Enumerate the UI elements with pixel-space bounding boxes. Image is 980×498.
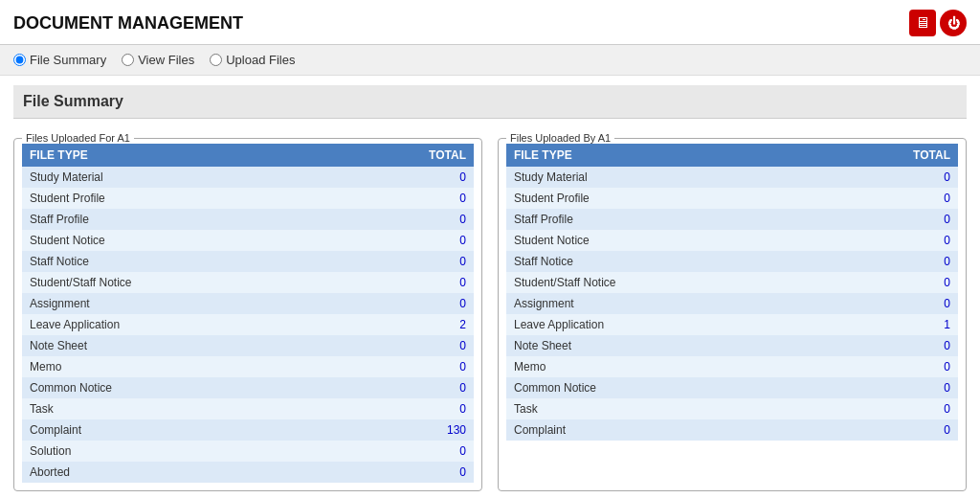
- header-icons: 🖥 ⏻: [909, 10, 967, 36]
- left-table-header-row: FILE TYPE TOTAL: [22, 144, 474, 167]
- table-row: Memo0: [22, 356, 474, 377]
- header: DOCUMENT MANAGEMENT 🖥 ⏻: [0, 0, 980, 45]
- file-type-cell: Memo: [506, 356, 901, 377]
- total-cell: 0: [416, 441, 474, 462]
- right-col-total: TOTAL: [901, 144, 958, 167]
- table-row: Leave Application2: [22, 314, 474, 335]
- table-row: Student Profile0: [22, 188, 474, 209]
- left-table-body: Study Material0Student Profile0Staff Pro…: [22, 167, 474, 483]
- file-type-cell: Staff Notice: [506, 251, 901, 272]
- left-col-total: TOTAL: [416, 144, 474, 167]
- nav-view-files-label: View Files: [138, 53, 194, 67]
- total-cell: 0: [901, 356, 958, 377]
- file-type-cell: Staff Notice: [22, 251, 416, 272]
- right-col-file-type: FILE TYPE: [506, 144, 901, 167]
- file-type-cell: Aborted: [22, 462, 416, 483]
- total-cell: 0: [416, 251, 474, 272]
- total-cell: 1: [901, 314, 958, 335]
- table-row: Complaint130: [22, 419, 474, 441]
- total-cell: 0: [416, 462, 474, 483]
- file-type-cell: Solution: [22, 441, 416, 462]
- nav-file-summary[interactable]: File Summary: [13, 53, 106, 67]
- file-type-cell: Common Notice: [22, 377, 416, 398]
- file-type-cell: Student/Staff Notice: [506, 272, 901, 293]
- table-row: Study Material0: [506, 167, 958, 188]
- table-row: Assignment0: [506, 293, 958, 314]
- left-table-legend: Files Uploaded For A1: [22, 132, 134, 144]
- nav-upload-files-label: Upload Files: [226, 53, 295, 67]
- file-type-cell: Staff Profile: [506, 209, 901, 230]
- page-header-title: DOCUMENT MANAGEMENT: [13, 13, 243, 34]
- file-type-cell: Memo: [22, 356, 416, 377]
- nav-bar: File Summary View Files Upload Files: [0, 45, 980, 76]
- network-icon[interactable]: 🖥: [909, 10, 936, 36]
- left-table-container: Files Uploaded For A1 FILE TYPE TOTAL St…: [13, 132, 482, 491]
- file-type-cell: Staff Profile: [22, 209, 416, 230]
- total-cell: 0: [901, 293, 958, 314]
- table-row: Staff Notice0: [506, 251, 958, 272]
- tables-row: Files Uploaded For A1 FILE TYPE TOTAL St…: [13, 132, 967, 491]
- table-row: Staff Profile0: [506, 209, 958, 230]
- nav-view-files[interactable]: View Files: [122, 53, 194, 67]
- total-cell: 0: [416, 167, 474, 188]
- table-row: Leave Application1: [506, 314, 958, 335]
- table-row: Study Material0: [22, 167, 474, 188]
- page-section: File Summary Files Uploaded For A1 FILE …: [0, 76, 980, 498]
- radio-upload-files[interactable]: [210, 54, 222, 66]
- radio-file-summary[interactable]: [13, 54, 26, 66]
- total-cell: 0: [416, 209, 474, 230]
- file-type-cell: Complaint: [506, 419, 901, 441]
- table-row: Student Notice0: [506, 230, 958, 251]
- table-row: Assignment0: [22, 293, 474, 314]
- total-cell: 0: [901, 251, 958, 272]
- file-type-cell: Leave Application: [506, 314, 901, 335]
- table-row: Task0: [22, 398, 474, 419]
- table-row: Aborted0: [22, 462, 474, 483]
- total-cell: 0: [416, 188, 474, 209]
- file-type-cell: Student Profile: [506, 188, 901, 209]
- total-cell: 0: [901, 167, 958, 188]
- table-row: Staff Profile0: [22, 209, 474, 230]
- total-cell: 2: [416, 314, 474, 335]
- file-type-cell: Note Sheet: [506, 335, 901, 356]
- file-type-cell: Task: [506, 398, 901, 419]
- file-type-cell: Complaint: [22, 419, 416, 441]
- total-cell: 0: [901, 377, 958, 398]
- total-cell: 0: [901, 398, 958, 419]
- total-cell: 0: [901, 335, 958, 356]
- total-cell: 0: [416, 293, 474, 314]
- right-table-container: Files Uploaded By A1 FILE TYPE TOTAL Stu…: [498, 132, 967, 491]
- table-row: Task0: [506, 398, 958, 419]
- nav-upload-files[interactable]: Upload Files: [210, 53, 295, 67]
- page-title: File Summary: [13, 85, 967, 119]
- total-cell: 0: [416, 356, 474, 377]
- total-cell: 0: [901, 419, 958, 441]
- right-table: FILE TYPE TOTAL Study Material0Student P…: [506, 144, 958, 441]
- file-type-cell: Common Notice: [506, 377, 901, 398]
- file-type-cell: Assignment: [22, 293, 416, 314]
- total-cell: 0: [901, 230, 958, 251]
- table-row: Common Notice0: [22, 377, 474, 398]
- table-row: Student/Staff Notice0: [506, 272, 958, 293]
- right-table-header-row: FILE TYPE TOTAL: [506, 144, 958, 167]
- table-row: Memo0: [506, 356, 958, 377]
- radio-view-files[interactable]: [122, 54, 134, 66]
- table-row: Solution0: [22, 441, 474, 462]
- total-cell: 0: [416, 335, 474, 356]
- total-cell: 0: [416, 272, 474, 293]
- file-type-cell: Study Material: [506, 167, 901, 188]
- total-cell: 0: [416, 377, 474, 398]
- total-cell: 0: [416, 230, 474, 251]
- right-table-legend: Files Uploaded By A1: [506, 132, 614, 144]
- table-row: Note Sheet0: [506, 335, 958, 356]
- left-col-file-type: FILE TYPE: [22, 144, 416, 167]
- total-cell: 0: [901, 188, 958, 209]
- table-row: Staff Notice0: [22, 251, 474, 272]
- right-table-body: Study Material0Student Profile0Staff Pro…: [506, 167, 958, 441]
- power-icon[interactable]: ⏻: [940, 10, 967, 36]
- total-cell: 130: [416, 419, 474, 441]
- file-type-cell: Note Sheet: [22, 335, 416, 356]
- file-type-cell: Study Material: [22, 167, 416, 188]
- table-row: Student Notice0: [22, 230, 474, 251]
- file-type-cell: Assignment: [506, 293, 901, 314]
